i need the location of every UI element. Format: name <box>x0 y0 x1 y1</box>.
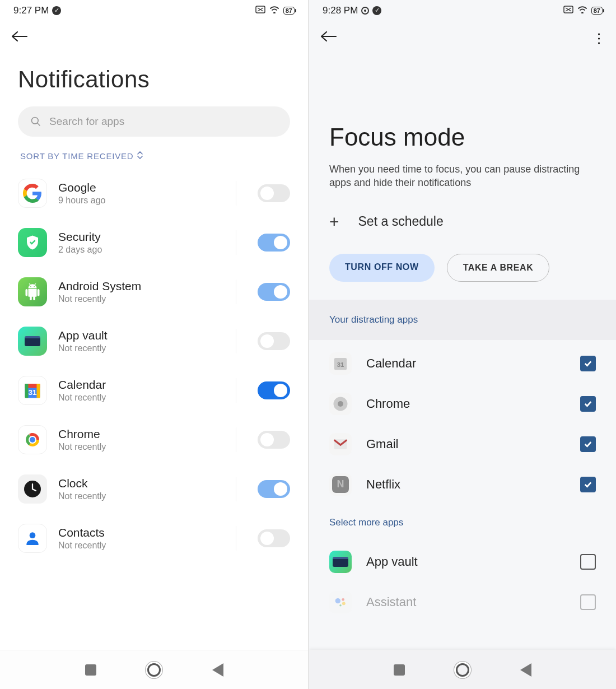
app-subtitle: 9 hours ago <box>58 195 225 206</box>
nav-bar: ⋯ <box>309 18 616 56</box>
app-list: Google 9 hours ago Security 2 days ago A… <box>0 169 308 563</box>
home-button[interactable] <box>456 663 469 677</box>
back-button[interactable] <box>320 29 337 46</box>
action-buttons: TURN OFF NOW TAKE A BREAK <box>309 247 616 300</box>
app-name: App vault <box>58 329 225 342</box>
app-name: Contacts <box>58 526 225 539</box>
plus-icon: + <box>329 212 339 231</box>
calendar-icon: 31 <box>18 376 47 405</box>
app-checkbox[interactable] <box>580 477 596 492</box>
app-name: Calendar <box>366 356 566 371</box>
notification-toggle[interactable] <box>258 184 290 202</box>
divider <box>236 329 236 353</box>
svg-point-16 <box>338 401 343 407</box>
app-name: Assistant <box>366 595 566 609</box>
back-nav-button[interactable] <box>212 663 223 677</box>
distracting-app-row[interactable]: Chrome <box>325 384 600 424</box>
svg-point-20 <box>342 602 346 605</box>
security-icon <box>18 228 47 257</box>
divider <box>236 230 236 255</box>
app-checkbox[interactable] <box>580 594 596 610</box>
turn-off-now-button[interactable]: TURN OFF NOW <box>329 254 435 282</box>
distracting-app-row[interactable]: N Netflix <box>325 464 600 505</box>
gmail-g-icon <box>329 433 352 455</box>
contacts-icon <box>18 524 47 553</box>
svg-text:31: 31 <box>28 388 37 397</box>
notification-toggle[interactable] <box>258 381 290 399</box>
wifi-icon <box>577 4 588 16</box>
app-name: Android System <box>58 280 225 293</box>
recents-button[interactable] <box>85 664 96 676</box>
notification-toggle[interactable] <box>258 480 290 498</box>
svg-point-11 <box>30 532 36 538</box>
set-schedule-button[interactable]: + Set a schedule <box>309 204 616 247</box>
search-placeholder: Search for apps <box>49 115 124 128</box>
app-row-clock[interactable]: Clock Not recently <box>18 464 290 514</box>
svg-text:31: 31 <box>337 361 344 368</box>
app-name: Netflix <box>366 477 566 492</box>
svg-point-18 <box>335 598 340 603</box>
appvault-icon <box>18 327 47 356</box>
wifi-icon <box>269 4 280 16</box>
app-checkbox[interactable] <box>580 396 596 412</box>
app-checkbox[interactable] <box>580 554 596 570</box>
back-button[interactable] <box>11 29 28 46</box>
app-row-contacts[interactable]: Contacts Not recently <box>18 514 290 563</box>
app-row-google[interactable]: Google 9 hours ago <box>18 169 290 218</box>
overflow-menu-button[interactable]: ⋯ <box>591 31 607 43</box>
more-app-row[interactable]: App vault <box>325 542 600 582</box>
app-name: Chrome <box>366 397 566 411</box>
distracting-app-row[interactable]: Gmail <box>325 424 600 464</box>
sync-icon: ✓ <box>52 6 61 15</box>
distracting-app-row[interactable]: 31 Calendar <box>325 343 600 384</box>
distracting-apps-header: Your distracting apps <box>309 300 616 340</box>
status-bar: 9:27 PM ✓ 87 <box>0 0 308 18</box>
take-a-break-button[interactable]: TAKE A BREAK <box>447 254 550 282</box>
divider <box>236 181 236 206</box>
google-icon <box>18 179 47 208</box>
app-subtitle: Not recently <box>58 393 225 403</box>
notification-toggle[interactable] <box>258 529 290 547</box>
app-row-android[interactable]: Android System Not recently <box>18 267 290 316</box>
status-time: 9:28 PM <box>323 5 358 16</box>
divider <box>236 378 236 403</box>
divider <box>236 280 236 304</box>
notification-toggle[interactable] <box>258 332 290 350</box>
focus-mode-screen: 9:28 PM ✓ 87 ⋯ Focus mode When you need … <box>308 0 616 689</box>
back-nav-button[interactable] <box>520 663 531 677</box>
notification-toggle[interactable] <box>258 234 290 252</box>
app-subtitle: Not recently <box>58 343 225 353</box>
assistant-icon <box>329 591 352 613</box>
distracting-apps-list: 31 Calendar Chrome Gmail N Netflix <box>309 340 616 505</box>
app-row-calendar[interactable]: 31 Calendar Not recently <box>18 366 290 415</box>
app-subtitle: 2 days ago <box>58 245 225 255</box>
appvault-icon <box>329 551 352 573</box>
notifications-screen: 9:27 PM ✓ 87 Notifications Search for ap… <box>0 0 308 689</box>
android-icon <box>18 277 47 306</box>
netflix-g-icon: N <box>329 473 352 496</box>
app-subtitle: Not recently <box>58 294 225 304</box>
svg-point-21 <box>339 604 342 607</box>
home-button[interactable] <box>147 663 161 677</box>
notification-toggle[interactable] <box>258 431 290 449</box>
clock-icon <box>18 474 47 504</box>
calendar-g-icon: 31 <box>329 352 352 375</box>
app-name: App vault <box>366 555 566 569</box>
more-app-row[interactable]: Assistant <box>325 582 600 622</box>
chrome-icon <box>18 425 47 454</box>
app-checkbox[interactable] <box>580 356 596 371</box>
app-row-security[interactable]: Security 2 days ago <box>18 218 290 267</box>
recents-button[interactable] <box>394 664 405 676</box>
search-input[interactable]: Search for apps <box>18 106 290 137</box>
sort-button[interactable]: SORT BY TIME RECEIVED <box>0 148 308 169</box>
app-checkbox[interactable] <box>580 436 596 452</box>
app-name: Calendar <box>58 378 225 392</box>
app-name: Gmail <box>366 437 566 451</box>
sort-caret-icon <box>137 151 143 161</box>
chrome-g-icon <box>329 393 352 415</box>
battery-icon: 87 <box>591 7 603 15</box>
app-row-chrome[interactable]: Chrome Not recently <box>18 415 290 464</box>
app-row-appvault[interactable]: App vault Not recently <box>18 316 290 366</box>
notification-toggle[interactable] <box>258 283 290 301</box>
app-subtitle: Not recently <box>58 491 225 501</box>
